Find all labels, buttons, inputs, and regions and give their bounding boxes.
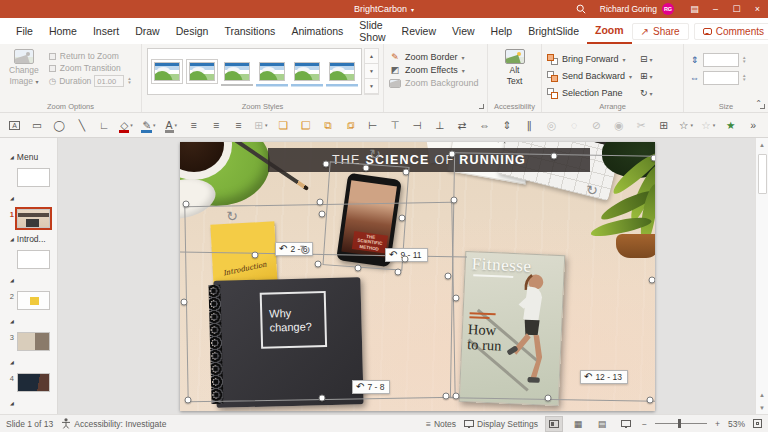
section-introduction[interactable]: ◢ Introd... <box>0 232 57 269</box>
bring-to-front-icon[interactable]: ⧉ <box>317 115 338 135</box>
collapse-triangle-icon[interactable]: ◢ <box>10 359 14 365</box>
rotation-handle-icon[interactable]: ↻ <box>369 147 381 161</box>
width-input[interactable] <box>703 71 739 85</box>
align-objects-left-icon[interactable]: ⊢ <box>362 115 383 135</box>
notes-button[interactable]: ≡Notes <box>426 419 456 429</box>
rotation-handle-icon[interactable]: ↻ <box>226 209 238 223</box>
align-middle-icon[interactable]: ⊞ <box>250 115 271 135</box>
selection-handle[interactable] <box>551 153 558 160</box>
slide-canvas[interactable]: THE SCIENCE OF RUNNING Introduction THE … <box>58 138 755 414</box>
return-to-zoom-checkbox[interactable]: Return to Zoom <box>49 51 132 61</box>
gallery-more-icon[interactable]: ▼ <box>365 79 378 94</box>
share-button[interactable]: ↗Share <box>632 23 689 40</box>
slide-thumbnail-5[interactable]: ◢ 5 <box>0 396 57 414</box>
selection-handle[interactable] <box>453 393 460 400</box>
zoom-out-button[interactable]: − <box>642 419 647 429</box>
selection-handle[interactable] <box>319 395 326 402</box>
selection-handle[interactable] <box>185 397 192 404</box>
selection-handle[interactable] <box>402 256 409 263</box>
zoom-effects-button[interactable]: ◩ Zoom Effects▾ <box>389 65 479 75</box>
slide-sorter-button[interactable]: ▦ <box>570 417 586 431</box>
group-objects-button[interactable]: ⊞▾ <box>640 69 653 83</box>
merge-union-icon[interactable]: ◎ <box>541 115 562 135</box>
selection-handle[interactable] <box>451 197 458 204</box>
slide-thumbnail-2[interactable]: ◢ 2 <box>0 273 57 310</box>
position-icon[interactable]: ⊞ <box>653 115 674 135</box>
tab-animations[interactable]: Animations <box>283 18 351 44</box>
match-height-icon[interactable]: ⇕ <box>496 115 517 135</box>
selection-handle[interactable] <box>183 201 190 208</box>
fit-to-window-icon[interactable] <box>753 419 762 428</box>
rectangle-icon[interactable]: ▭ <box>26 115 47 135</box>
selection-handle[interactable] <box>649 277 656 284</box>
slide-thumbnail-image[interactable] <box>17 250 50 269</box>
selection-handle[interactable] <box>315 261 322 268</box>
equalize-gaps-icon[interactable]: ∥ <box>519 115 540 135</box>
selection-handle[interactable] <box>181 299 188 306</box>
selection-handle[interactable] <box>252 252 259 259</box>
change-image-button[interactable]: Change Image ▾ <box>5 48 43 87</box>
section-menu[interactable]: ◢ Menu <box>0 150 57 187</box>
slide-thumbnail-image[interactable] <box>17 332 50 351</box>
width-spinner[interactable]: ▲▼ <box>742 74 746 83</box>
display-settings-button[interactable]: Display Settings <box>464 419 538 429</box>
selection-handle[interactable] <box>449 151 456 158</box>
collapse-triangle-icon[interactable]: ◢ <box>10 195 14 201</box>
zoom-style-thumbnail[interactable] <box>256 59 288 84</box>
elbow-connector-icon[interactable]: ∟ <box>94 115 115 135</box>
send-backward-button[interactable]: Send Backward▾ <box>547 69 632 83</box>
selection-handle[interactable] <box>403 169 410 176</box>
slide[interactable]: THE SCIENCE OF RUNNING Introduction THE … <box>180 142 655 411</box>
distribute-vertical-icon[interactable]: ⊥ <box>429 115 450 135</box>
selection-pane-button[interactable]: Selection Pane <box>547 86 632 100</box>
favorite-shapes-icon[interactable]: ☆ <box>675 115 696 135</box>
tab-transitions[interactable]: Transitions <box>216 18 283 44</box>
align-left-icon[interactable]: ≡ <box>183 115 204 135</box>
selection-handle[interactable] <box>317 199 324 206</box>
send-to-back-icon[interactable]: ⧉ <box>340 115 361 135</box>
height-spinner[interactable]: ▲▼ <box>742 56 746 65</box>
selection-handle[interactable] <box>355 265 362 272</box>
slide-thumbnail-image[interactable] <box>17 209 50 228</box>
tab-insert[interactable]: Insert <box>85 18 127 44</box>
selection-handle[interactable] <box>647 397 654 404</box>
next-slide-icon[interactable]: ▼ <box>756 401 768 414</box>
restore-icon[interactable]: ☐ <box>726 0 747 18</box>
tab-design[interactable]: Design <box>168 18 217 44</box>
shape-outline-icon[interactable]: ✎ <box>138 115 159 135</box>
zoom-border-button[interactable]: ✎ Zoom Border▾ <box>389 52 479 62</box>
gallery-scroll-down-icon[interactable]: ▼ <box>365 64 378 79</box>
slide-thumbnail-image[interactable] <box>17 373 50 392</box>
tab-help[interactable]: Help <box>483 18 521 44</box>
normal-view-button[interactable] <box>546 417 562 431</box>
reading-view-button[interactable]: ▤ <box>594 417 610 431</box>
zoom-in-button[interactable]: + <box>715 419 720 429</box>
zoom-slider[interactable] <box>655 423 707 424</box>
tab-file[interactable]: File <box>8 18 41 44</box>
zoom-style-thumbnail[interactable] <box>186 59 218 84</box>
slide-thumbnail-image[interactable] <box>17 168 50 187</box>
tab-view[interactable]: View <box>444 18 483 44</box>
zoom-level[interactable]: 53% <box>728 419 745 429</box>
zoom-style-thumbnail[interactable] <box>291 59 323 84</box>
height-input[interactable] <box>703 53 739 67</box>
toolbar-overflow-icon[interactable]: » <box>742 115 763 135</box>
slide-thumbnail-image[interactable] <box>17 291 50 310</box>
selection-box[interactable] <box>184 202 455 403</box>
vertical-scrollbar[interactable]: ▲ ▲ ▼ <box>755 138 768 414</box>
zoom-style-thumbnail[interactable] <box>151 59 183 84</box>
zoom-style-thumbnail[interactable] <box>326 59 358 84</box>
tab-review[interactable]: Review <box>394 18 444 44</box>
slideshow-button[interactable] <box>618 417 634 431</box>
bring-forward-button[interactable]: Bring Forward▾ <box>547 52 632 66</box>
tab-zoom[interactable]: Zoom <box>587 18 632 44</box>
user-name[interactable]: Richard Goring <box>600 4 657 14</box>
favorite-styles-icon[interactable]: ☆ <box>698 115 719 135</box>
collapse-ribbon-icon[interactable]: ⌃ <box>755 99 762 108</box>
collapse-triangle-icon[interactable]: ◢ <box>10 400 14 406</box>
selection-box[interactable] <box>450 152 655 402</box>
text-box-icon[interactable]: A <box>4 115 25 135</box>
dialog-launcher-icon[interactable] <box>479 104 484 109</box>
align-objects-top-icon[interactable]: ⊤ <box>384 115 405 135</box>
scroll-up-icon[interactable]: ▲ <box>756 138 768 151</box>
